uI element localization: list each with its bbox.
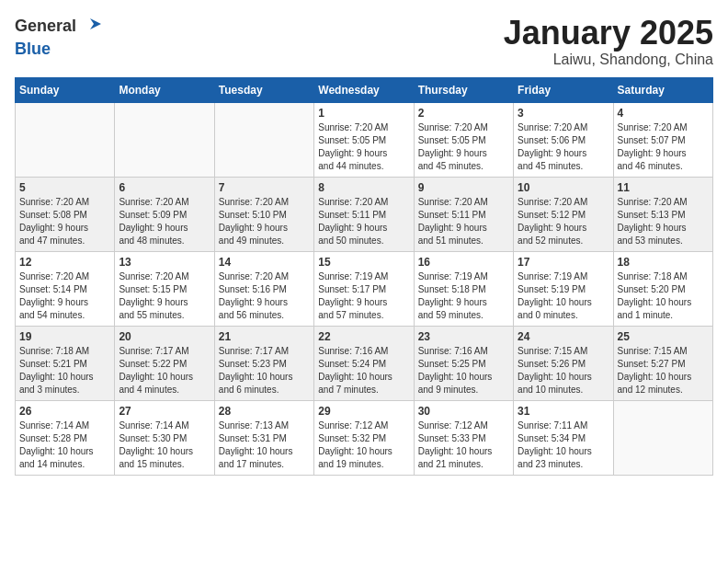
day-info: Sunrise: 7:20 AM Sunset: 5:11 PM Dayligh… — [318, 196, 409, 247]
day-cell: 5Sunrise: 7:20 AM Sunset: 5:08 PM Daylig… — [16, 177, 115, 251]
day-info: Sunrise: 7:19 AM Sunset: 5:17 PM Dayligh… — [318, 270, 409, 322]
day-number: 5 — [19, 181, 110, 194]
day-info: Sunrise: 7:12 AM Sunset: 5:33 PM Dayligh… — [418, 419, 509, 471]
day-info: Sunrise: 7:20 AM Sunset: 5:10 PM Dayligh… — [219, 196, 310, 247]
day-cell: 16Sunrise: 7:19 AM Sunset: 5:18 PM Dayli… — [414, 251, 513, 326]
day-number: 28 — [219, 405, 310, 418]
week-row-3: 12Sunrise: 7:20 AM Sunset: 5:14 PM Dayli… — [16, 251, 713, 326]
day-number: 29 — [318, 405, 409, 418]
day-number: 30 — [418, 405, 509, 418]
day-cell — [16, 102, 115, 177]
day-number: 6 — [119, 181, 210, 194]
day-number: 17 — [518, 256, 609, 269]
day-info: Sunrise: 7:17 AM Sunset: 5:22 PM Dayligh… — [119, 345, 210, 396]
day-cell: 12Sunrise: 7:20 AM Sunset: 5:14 PM Dayli… — [16, 251, 115, 326]
day-info: Sunrise: 7:19 AM Sunset: 5:18 PM Dayligh… — [418, 270, 509, 322]
calendar-table: SundayMondayTuesdayWednesdayThursdayFrid… — [15, 77, 713, 476]
day-cell: 6Sunrise: 7:20 AM Sunset: 5:09 PM Daylig… — [115, 177, 214, 251]
svg-marker-0 — [90, 18, 101, 29]
logo-text: General Blue — [15, 15, 101, 59]
day-cell: 22Sunrise: 7:16 AM Sunset: 5:24 PM Dayli… — [314, 326, 414, 400]
weekday-wednesday: Wednesday — [314, 77, 414, 102]
day-number: 19 — [19, 330, 110, 343]
calendar-title: January 2025 — [504, 15, 713, 52]
day-number: 25 — [618, 330, 709, 343]
day-number: 14 — [219, 256, 310, 269]
day-info: Sunrise: 7:20 AM Sunset: 5:05 PM Dayligh… — [318, 121, 409, 173]
weekday-saturday: Saturday — [613, 77, 712, 102]
weekday-thursday: Thursday — [414, 77, 513, 102]
day-cell: 27Sunrise: 7:14 AM Sunset: 5:30 PM Dayli… — [115, 400, 214, 475]
day-number: 10 — [518, 181, 609, 194]
day-cell: 17Sunrise: 7:19 AM Sunset: 5:19 PM Dayli… — [514, 251, 613, 326]
day-number: 7 — [219, 181, 310, 194]
day-cell: 8Sunrise: 7:20 AM Sunset: 5:11 PM Daylig… — [314, 177, 414, 251]
day-cell — [613, 400, 712, 475]
day-number: 26 — [19, 405, 110, 418]
day-cell: 15Sunrise: 7:19 AM Sunset: 5:17 PM Dayli… — [314, 251, 414, 326]
day-info: Sunrise: 7:15 AM Sunset: 5:27 PM Dayligh… — [618, 345, 709, 396]
day-info: Sunrise: 7:20 AM Sunset: 5:11 PM Dayligh… — [418, 196, 509, 247]
day-number: 9 — [418, 181, 509, 194]
day-info: Sunrise: 7:15 AM Sunset: 5:26 PM Dayligh… — [518, 345, 609, 396]
week-row-2: 5Sunrise: 7:20 AM Sunset: 5:08 PM Daylig… — [16, 177, 713, 251]
day-cell: 4Sunrise: 7:20 AM Sunset: 5:07 PM Daylig… — [613, 102, 712, 177]
day-cell: 25Sunrise: 7:15 AM Sunset: 5:27 PM Dayli… — [613, 326, 712, 400]
day-number: 23 — [418, 330, 509, 343]
weekday-friday: Friday — [514, 77, 613, 102]
day-info: Sunrise: 7:20 AM Sunset: 5:15 PM Dayligh… — [119, 270, 210, 322]
weekday-monday: Monday — [115, 77, 214, 102]
logo: General Blue — [15, 15, 101, 59]
day-number: 22 — [318, 330, 409, 343]
calendar-subtitle: Laiwu, Shandong, China — [504, 52, 713, 68]
day-info: Sunrise: 7:20 AM Sunset: 5:13 PM Dayligh… — [618, 196, 709, 247]
day-number: 18 — [618, 256, 709, 269]
day-cell: 23Sunrise: 7:16 AM Sunset: 5:25 PM Dayli… — [414, 326, 513, 400]
day-number: 21 — [219, 330, 310, 343]
day-number: 11 — [618, 181, 709, 194]
day-cell: 19Sunrise: 7:18 AM Sunset: 5:21 PM Dayli… — [16, 326, 115, 400]
day-cell: 10Sunrise: 7:20 AM Sunset: 5:12 PM Dayli… — [514, 177, 613, 251]
day-info: Sunrise: 7:14 AM Sunset: 5:28 PM Dayligh… — [19, 419, 110, 471]
day-info: Sunrise: 7:14 AM Sunset: 5:30 PM Dayligh… — [119, 419, 210, 471]
day-info: Sunrise: 7:20 AM Sunset: 5:14 PM Dayligh… — [19, 270, 110, 322]
day-cell: 9Sunrise: 7:20 AM Sunset: 5:11 PM Daylig… — [414, 177, 513, 251]
day-info: Sunrise: 7:12 AM Sunset: 5:32 PM Dayligh… — [318, 419, 409, 471]
day-info: Sunrise: 7:16 AM Sunset: 5:25 PM Dayligh… — [418, 345, 509, 396]
day-cell: 3Sunrise: 7:20 AM Sunset: 5:06 PM Daylig… — [514, 102, 613, 177]
week-row-5: 26Sunrise: 7:14 AM Sunset: 5:28 PM Dayli… — [16, 400, 713, 475]
day-cell: 2Sunrise: 7:20 AM Sunset: 5:05 PM Daylig… — [414, 102, 513, 177]
day-info: Sunrise: 7:18 AM Sunset: 5:20 PM Dayligh… — [618, 270, 709, 322]
day-info: Sunrise: 7:20 AM Sunset: 5:05 PM Dayligh… — [418, 121, 509, 173]
day-cell — [214, 102, 313, 177]
day-number: 1 — [318, 107, 409, 120]
day-cell: 14Sunrise: 7:20 AM Sunset: 5:16 PM Dayli… — [214, 251, 313, 326]
day-info: Sunrise: 7:13 AM Sunset: 5:31 PM Dayligh… — [219, 419, 310, 471]
day-cell: 24Sunrise: 7:15 AM Sunset: 5:26 PM Dayli… — [514, 326, 613, 400]
title-section: January 2025 Laiwu, Shandong, China — [504, 15, 713, 68]
day-number: 24 — [518, 330, 609, 343]
day-cell: 30Sunrise: 7:12 AM Sunset: 5:33 PM Dayli… — [414, 400, 513, 475]
day-info: Sunrise: 7:18 AM Sunset: 5:21 PM Dayligh… — [19, 345, 110, 396]
weekday-header-row: SundayMondayTuesdayWednesdayThursdayFrid… — [16, 77, 713, 102]
day-info: Sunrise: 7:17 AM Sunset: 5:23 PM Dayligh… — [219, 345, 310, 396]
day-number: 15 — [318, 256, 409, 269]
day-number: 4 — [618, 107, 709, 120]
day-info: Sunrise: 7:20 AM Sunset: 5:08 PM Dayligh… — [19, 196, 110, 247]
day-cell: 28Sunrise: 7:13 AM Sunset: 5:31 PM Dayli… — [214, 400, 313, 475]
day-number: 20 — [119, 330, 210, 343]
day-cell: 29Sunrise: 7:12 AM Sunset: 5:32 PM Dayli… — [314, 400, 414, 475]
day-cell: 21Sunrise: 7:17 AM Sunset: 5:23 PM Dayli… — [214, 326, 313, 400]
day-cell: 7Sunrise: 7:20 AM Sunset: 5:10 PM Daylig… — [214, 177, 313, 251]
weekday-sunday: Sunday — [16, 77, 115, 102]
day-info: Sunrise: 7:19 AM Sunset: 5:19 PM Dayligh… — [518, 270, 609, 322]
day-cell: 26Sunrise: 7:14 AM Sunset: 5:28 PM Dayli… — [16, 400, 115, 475]
day-cell: 18Sunrise: 7:18 AM Sunset: 5:20 PM Dayli… — [613, 251, 712, 326]
day-number: 16 — [418, 256, 509, 269]
logo-blue: Blue — [15, 40, 101, 59]
day-info: Sunrise: 7:20 AM Sunset: 5:09 PM Dayligh… — [119, 196, 210, 247]
logo-general: General — [15, 15, 101, 40]
day-number: 27 — [119, 405, 210, 418]
weekday-tuesday: Tuesday — [214, 77, 313, 102]
day-cell — [115, 102, 214, 177]
